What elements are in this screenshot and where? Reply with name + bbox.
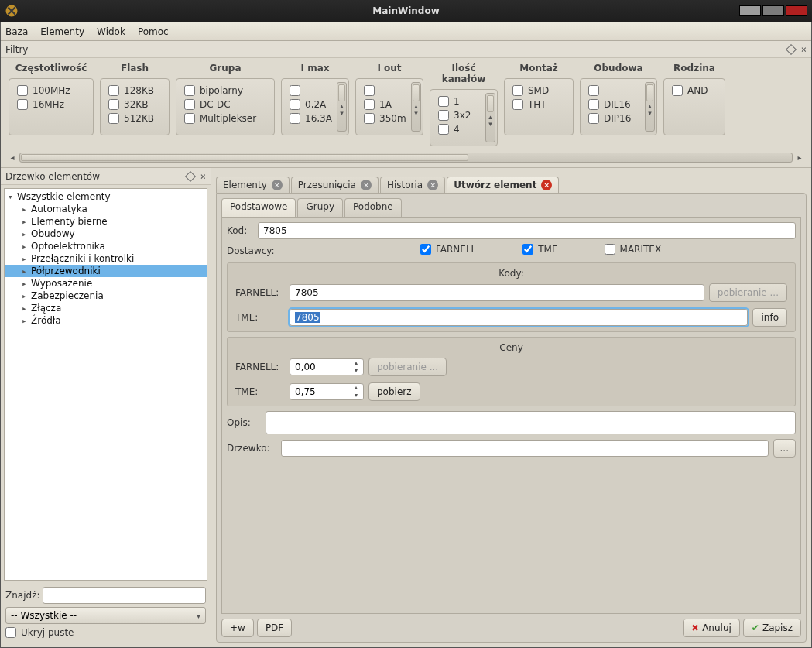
close-tab-icon[interactable]: × bbox=[361, 180, 372, 190]
fg-rodzina-label: Rodzina bbox=[663, 63, 725, 78]
ck-kan-3[interactable]: 4 bbox=[438, 124, 483, 135]
ck-multiplekser[interactable]: Multiplekser bbox=[184, 113, 266, 124]
ck-iout-2[interactable]: 350m bbox=[364, 113, 409, 124]
ck-and[interactable]: AND bbox=[672, 85, 717, 96]
close-tab-icon[interactable]: × bbox=[541, 180, 552, 190]
ck-ob-2[interactable]: DIP16 bbox=[588, 113, 642, 124]
tree-item[interactable]: ▸Przełączniki i kontrolki bbox=[5, 252, 207, 265]
fg-iout-label: I out bbox=[355, 63, 423, 78]
supp-tme[interactable]: TME bbox=[522, 244, 557, 255]
close-tab-icon[interactable]: × bbox=[272, 180, 283, 190]
detach-icon[interactable] bbox=[786, 43, 797, 54]
opis-input[interactable] bbox=[266, 411, 796, 434]
tree-item[interactable]: ▸Obudowy bbox=[5, 228, 207, 240]
farnell-code-input[interactable] bbox=[290, 284, 704, 301]
drzewko-label: Drzewko: bbox=[227, 443, 276, 454]
ck-kan-1[interactable]: 1 bbox=[438, 96, 483, 107]
fg-ilosc-label: Ilość kanałów bbox=[430, 63, 498, 89]
farnell-price-fetch[interactable]: pobieranie ... bbox=[368, 358, 447, 376]
tree-root[interactable]: ▾Wszystkie elementy bbox=[5, 190, 207, 203]
farnell-fetch-button[interactable]: pobieranie ... bbox=[709, 283, 787, 302]
tree-item[interactable]: ▸Półprzewodniki bbox=[5, 265, 207, 277]
close-tab-icon[interactable]: × bbox=[427, 180, 438, 190]
tme-code-input[interactable]: 7805 bbox=[290, 309, 748, 326]
ck-128kb[interactable]: 128KB bbox=[108, 85, 161, 96]
drzewko-browse-button[interactable]: ... bbox=[773, 439, 796, 458]
element-tree[interactable]: ▾Wszystkie elementy ▸Automatyka▸Elementy… bbox=[4, 188, 207, 581]
drzewko-input[interactable] bbox=[281, 440, 769, 457]
ck-imax-2[interactable]: 16,3A bbox=[290, 113, 334, 124]
ck-iout-0[interactable] bbox=[364, 85, 409, 96]
tree-item[interactable]: ▸Elementy bierne bbox=[5, 215, 207, 228]
fg-montaz-label: Montaż bbox=[504, 63, 574, 78]
menu-baza[interactable]: Baza bbox=[5, 26, 28, 37]
ck-dcdc[interactable]: DC-DC bbox=[184, 99, 266, 110]
ck-bipolarny[interactable]: bipolarny bbox=[184, 85, 266, 96]
tree-item[interactable]: ▸Wyposażenie bbox=[5, 277, 207, 290]
tree-detach-icon[interactable] bbox=[185, 170, 196, 181]
pdf-button[interactable]: PDF bbox=[257, 619, 292, 637]
close-button[interactable] bbox=[786, 5, 807, 16]
ck-tht[interactable]: THT bbox=[512, 99, 565, 110]
kod-input[interactable] bbox=[258, 222, 796, 239]
tree-item[interactable]: ▸Automatyka bbox=[5, 203, 207, 215]
tree-item[interactable]: ▸Złącza bbox=[5, 302, 207, 314]
filters-panel: Częstotliwość 100MHz 16MHz Flash 128KB 3… bbox=[1, 58, 811, 168]
tree-item[interactable]: ▸Optoelektronika bbox=[5, 240, 207, 252]
ck-smd[interactable]: SMD bbox=[512, 85, 565, 96]
ck-imax-0[interactable] bbox=[290, 85, 334, 96]
farnell-price-spinner[interactable]: 0,00▴▾ bbox=[290, 358, 364, 375]
ilosc-scrollbar[interactable]: ▴▾ bbox=[485, 93, 495, 142]
save-button[interactable]: ✔Zapisz bbox=[743, 619, 801, 637]
tme-label: TME: bbox=[235, 312, 285, 323]
menu-elementy[interactable]: Elementy bbox=[40, 26, 84, 37]
tme-price-fetch[interactable]: pobierz bbox=[368, 382, 420, 401]
hide-empty-check[interactable]: Ukryj puste bbox=[5, 627, 74, 638]
tme-info-button[interactable]: info bbox=[752, 308, 787, 327]
subtab-grupy[interactable]: Grupy bbox=[297, 198, 343, 217]
supp-farnell[interactable]: FARNELL bbox=[420, 244, 476, 255]
subtab-podobne[interactable]: Podobne bbox=[344, 198, 402, 217]
cancel-button[interactable]: ✖Anuluj bbox=[683, 619, 740, 637]
subtab-podstawowe[interactable]: Podstawowe bbox=[221, 198, 296, 217]
find-input[interactable] bbox=[43, 587, 206, 604]
ck-512kb[interactable]: 512KB bbox=[108, 113, 161, 124]
tme-price-label: TME: bbox=[235, 386, 285, 397]
ceny-title: Ceny bbox=[235, 342, 787, 353]
menu-widok[interactable]: Widok bbox=[97, 26, 125, 37]
filters-title: Filtry bbox=[5, 44, 28, 55]
minimize-button[interactable] bbox=[739, 5, 761, 16]
fg-czestotliwosc-label: Częstotliwość bbox=[9, 63, 94, 78]
ck-kan-2[interactable]: 3x2 bbox=[438, 110, 483, 121]
menu-pomoc[interactable]: Pomoc bbox=[138, 26, 169, 37]
imax-scrollbar[interactable]: ▴▾ bbox=[337, 82, 347, 132]
ck-16mhz[interactable]: 16MHz bbox=[17, 99, 85, 110]
maximize-button[interactable] bbox=[762, 5, 784, 16]
obudowa-scrollbar[interactable]: ▴▾ bbox=[645, 82, 655, 132]
plusw-button[interactable]: +w bbox=[221, 619, 254, 637]
ck-iout-1[interactable]: 1A bbox=[364, 99, 409, 110]
close-panel-icon[interactable]: × bbox=[801, 44, 807, 55]
ck-100mhz[interactable]: 100MHz bbox=[17, 85, 85, 96]
tree-item[interactable]: ▸Źródła bbox=[5, 314, 207, 327]
tree-filter-combo[interactable]: -- Wszystkie --▾ bbox=[5, 607, 206, 624]
filters-hscroll[interactable]: ◂▸ bbox=[9, 153, 803, 163]
tab-utworz[interactable]: Utwórz element× bbox=[447, 177, 559, 193]
app-icon bbox=[5, 4, 19, 18]
kod-label: Kod: bbox=[227, 225, 253, 236]
tab-przesuniecia[interactable]: Przesunięcia× bbox=[291, 177, 379, 193]
tree-close-icon[interactable]: × bbox=[200, 171, 206, 182]
tab-elementy[interactable]: Elementy× bbox=[216, 177, 290, 193]
sub-tabs: Podstawowe Grupy Podobne bbox=[221, 198, 801, 217]
supp-maritex[interactable]: MARITEX bbox=[605, 244, 662, 255]
ck-ob-0[interactable] bbox=[588, 85, 642, 96]
check-icon: ✔ bbox=[752, 622, 759, 633]
tme-price-spinner[interactable]: 0,75▴▾ bbox=[290, 383, 364, 400]
ck-32kb[interactable]: 32KB bbox=[108, 99, 161, 110]
fg-flash-label: Flash bbox=[100, 63, 170, 78]
iout-scrollbar[interactable]: ▴▾ bbox=[411, 82, 421, 132]
ck-imax-1[interactable]: 0,2A bbox=[290, 99, 334, 110]
tab-historia[interactable]: Historia× bbox=[380, 177, 445, 193]
ck-ob-1[interactable]: DIL16 bbox=[588, 99, 642, 110]
tree-item[interactable]: ▸Zabezpieczenia bbox=[5, 290, 207, 302]
